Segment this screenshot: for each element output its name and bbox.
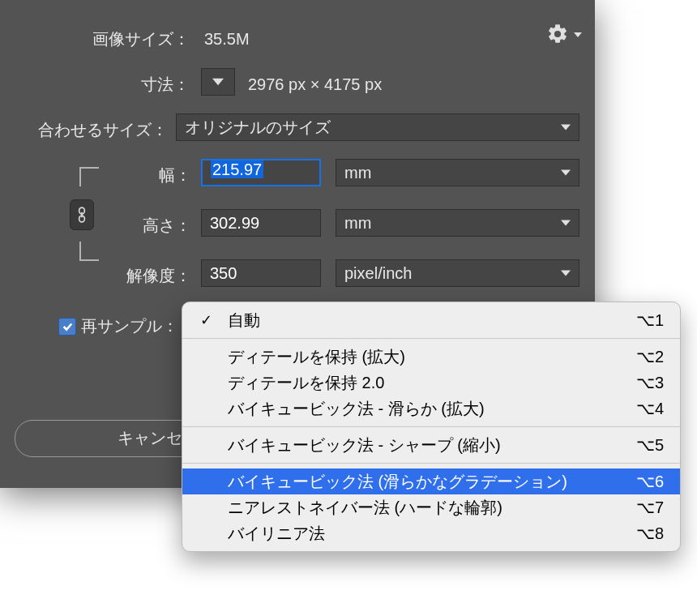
menu-item-label: バイキュービック法 - 滑らか (拡大) [228,400,485,417]
dimensions-label: 寸法： [141,68,190,101]
width-value: 215.97 [211,160,263,178]
menu-item[interactable]: バイキュービック法 - 滑らか (拡大)⌥4 [182,396,680,421]
menu-separator [182,463,680,464]
fit-to-value: オリジナルのサイズ [185,118,331,136]
fit-to-select[interactable]: オリジナルのサイズ [176,113,579,141]
menu-item[interactable]: バイキュービック法 (滑らかなグラデーション)⌥6 [182,468,680,494]
menu-item[interactable]: バイキュービック法 - シャープ (縮小)⌥5 [182,432,680,458]
chevron-down-icon [561,268,571,278]
chevron-down-icon [561,218,571,228]
chevron-down-icon [561,122,571,132]
menu-item-shortcut: ⌥8 [636,520,664,546]
width-unit-value: mm [344,164,371,182]
menu-item-label: ディテールを保持 2.0 [228,374,384,391]
resample-checkbox[interactable] [58,318,76,336]
image-size-label: 画像サイズ： [92,23,190,55]
resample-label: 再サンプル： [81,310,178,342]
resolution-unit-select[interactable]: pixel/inch [336,259,579,287]
menu-item-label: バイキュービック法 - シャープ (縮小) [228,436,501,454]
menu-item-label: バイリニア法 [228,524,325,542]
menu-item-label: ディテールを保持 (拡大) [228,348,405,366]
chevron-down-icon [561,168,571,178]
height-label: 高さ： [143,209,191,242]
width-label: 幅： [159,159,191,191]
menu-item-shortcut: ⌥2 [636,344,664,370]
menu-item-shortcut: ⌥1 [636,307,664,333]
resolution-unit-value: pixel/inch [344,264,412,282]
menu-item-label: バイキュービック法 (滑らかなグラデーション) [228,473,567,490]
resolution-input[interactable] [201,259,321,287]
height-unit-select[interactable]: mm [336,209,579,237]
menu-item[interactable]: バイリニア法⌥8 [182,520,680,546]
menu-item[interactable]: ディテールを保持 (拡大)⌥2 [182,344,680,370]
fit-to-label: 合わせるサイズ： [38,113,168,146]
height-unit-value: mm [344,214,371,232]
width-unit-select[interactable]: mm [336,159,579,186]
height-input[interactable] [201,209,321,237]
cancel-button-label: キャンセ [118,429,182,447]
menu-item[interactable]: ニアレストネイバー法 (ハードな輪郭)⌥7 [182,494,680,520]
menu-item-shortcut: ⌥5 [636,432,664,458]
menu-item[interactable]: ✓自動⌥1 [182,307,680,333]
dimensions-value: 2976 px × 4175 px [248,68,382,101]
menu-item-shortcut: ⌥4 [636,396,664,421]
menu-separator [182,426,680,427]
menu-item-label: ニアレストネイバー法 (ハードな輪郭) [228,498,502,516]
menu-item-shortcut: ⌥3 [636,370,664,396]
menu-item-shortcut: ⌥7 [636,494,664,520]
check-icon: ✓ [200,307,212,333]
resolution-label: 解像度： [126,259,191,292]
menu-item-label: 自動 [228,311,260,329]
image-size-value: 35.5M [204,23,250,55]
menu-item-shortcut: ⌥6 [636,468,664,494]
menu-item[interactable]: ディテールを保持 2.0⌥3 [182,370,680,396]
menu-separator [182,338,680,339]
width-input[interactable]: 215.97 [201,159,321,186]
resample-method-menu[interactable]: ✓自動⌥1ディテールを保持 (拡大)⌥2ディテールを保持 2.0⌥3バイキュービ… [182,302,681,552]
bracket-icon [79,242,99,261]
dimensions-disclosure-button[interactable] [201,68,235,96]
